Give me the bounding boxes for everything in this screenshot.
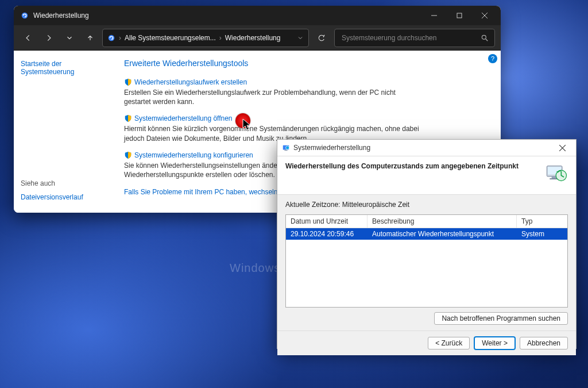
sr-footer: < Zurück Weiter > Abbrechen bbox=[277, 331, 576, 355]
shield-icon bbox=[124, 78, 132, 86]
restore-points-table: Datum und Uhrzeit Beschreibung Typ 29.10… bbox=[285, 214, 568, 308]
chevron-down-icon[interactable] bbox=[297, 34, 304, 41]
refresh-button[interactable] bbox=[312, 29, 331, 47]
col-description[interactable]: Beschreibung bbox=[368, 215, 517, 228]
open-system-restore-link[interactable]: Systemwiederherstellung öffnen bbox=[124, 114, 233, 122]
back-button[interactable] bbox=[20, 29, 37, 47]
tool-link-label: Systemwiederherstellung konfigurieren bbox=[134, 151, 253, 159]
maximize-button[interactable] bbox=[447, 6, 472, 25]
breadcrumb-current[interactable]: Wiederherstellung bbox=[225, 34, 281, 42]
timezone-label: Aktuelle Zeitzone: Mitteleuropäische Zei… bbox=[285, 201, 568, 209]
restore-computer-icon bbox=[545, 162, 568, 185]
system-restore-icon bbox=[282, 144, 290, 152]
file-history-link[interactable]: Dateiversionsverlauf bbox=[21, 193, 109, 201]
cp-toolbar: › Alle Systemsteuerungselem... › Wiederh… bbox=[14, 25, 501, 51]
search-box[interactable] bbox=[334, 29, 495, 47]
system-restore-dialog: Systemwiederherstellung Wiederherstellun… bbox=[277, 139, 577, 349]
address-bar[interactable]: › Alle Systemsteuerungselem... › Wiederh… bbox=[102, 29, 309, 47]
svg-rect-9 bbox=[284, 150, 287, 151]
control-panel-home-link[interactable]: Startseite der Systemsteuerung bbox=[21, 60, 109, 76]
sr-close-button[interactable] bbox=[552, 140, 572, 156]
next-button[interactable]: Weiter > bbox=[474, 337, 515, 349]
recent-dropdown[interactable] bbox=[61, 29, 78, 47]
tool-description: Erstellen Sie ein Wiederherstellungslauf… bbox=[124, 88, 423, 106]
chevron-right-icon: › bbox=[119, 34, 121, 42]
forward-button[interactable] bbox=[40, 29, 57, 47]
svg-point-0 bbox=[22, 13, 28, 19]
cp-titlebar[interactable]: Wiederherstellung bbox=[14, 6, 501, 25]
col-type[interactable]: Typ bbox=[517, 215, 567, 228]
tool-link-label: Systemwiederherstellung öffnen bbox=[134, 114, 233, 122]
help-icon[interactable]: ? bbox=[488, 54, 497, 63]
create-recovery-drive-link[interactable]: Wiederherstellungslaufwerk erstellen bbox=[124, 78, 247, 86]
sr-window-title: Systemwiederherstellung bbox=[293, 144, 552, 152]
sr-titlebar[interactable]: Systemwiederherstellung bbox=[277, 140, 576, 156]
shield-icon bbox=[124, 114, 132, 122]
sr-header-text: Wiederherstellung des Computerzustands z… bbox=[285, 162, 545, 170]
search-input[interactable] bbox=[341, 33, 476, 43]
cancel-button[interactable]: Abbrechen bbox=[520, 337, 568, 349]
svg-rect-2 bbox=[457, 13, 462, 18]
close-button[interactable] bbox=[472, 6, 497, 25]
col-datetime[interactable]: Datum und Uhrzeit bbox=[286, 215, 368, 228]
table-header: Datum und Uhrzeit Beschreibung Typ bbox=[286, 215, 567, 228]
sr-header: Wiederherstellung des Computerzustands z… bbox=[277, 156, 576, 194]
svg-line-7 bbox=[486, 39, 488, 41]
cell-datetime: 29.10.2024 20:59:46 bbox=[286, 228, 368, 240]
up-button[interactable] bbox=[82, 29, 99, 47]
page-heading: Erweiterte Wiederherstellungstools bbox=[124, 59, 483, 68]
see-also-heading: Siehe auch bbox=[21, 179, 109, 187]
cp-sidebar: Startseite der Systemsteuerung Siehe auc… bbox=[14, 51, 116, 213]
cell-type: System bbox=[517, 228, 567, 240]
recovery-icon bbox=[21, 11, 29, 20]
shield-icon bbox=[124, 151, 132, 159]
cell-description: Automatischer Wiederherstellungspunkt bbox=[368, 228, 517, 240]
sr-content: Aktuelle Zeitzone: Mitteleuropäische Zei… bbox=[277, 194, 576, 331]
cp-window-title: Wiederherstellung bbox=[33, 11, 421, 20]
back-button[interactable]: < Zurück bbox=[428, 337, 470, 349]
chevron-right-icon: › bbox=[219, 34, 222, 42]
minimize-button[interactable] bbox=[421, 6, 447, 25]
scan-affected-programs-button[interactable]: Nach betroffenen Programmen suchen bbox=[434, 312, 568, 325]
svg-point-10 bbox=[286, 146, 289, 149]
svg-point-6 bbox=[482, 35, 486, 39]
breadcrumb-parent[interactable]: Alle Systemsteuerungselem... bbox=[125, 34, 216, 42]
svg-point-5 bbox=[109, 34, 115, 41]
tool-link-label: Wiederherstellungslaufwerk erstellen bbox=[134, 78, 247, 86]
search-icon bbox=[481, 34, 489, 42]
recovery-icon bbox=[107, 34, 115, 42]
table-row[interactable]: 29.10.2024 20:59:46 Automatischer Wieder… bbox=[286, 228, 567, 240]
configure-system-restore-link[interactable]: Systemwiederherstellung konfigurieren bbox=[124, 151, 253, 159]
